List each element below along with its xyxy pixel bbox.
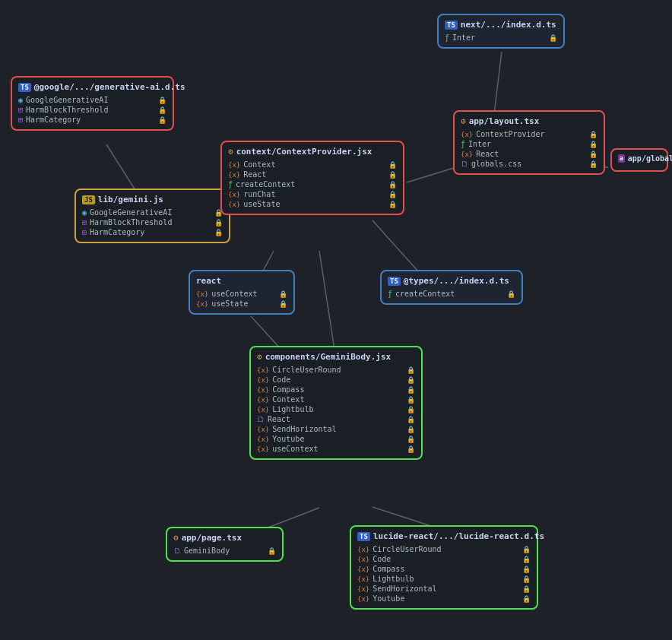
label-layout-react: React bbox=[476, 150, 499, 158]
svg-line-7 bbox=[319, 251, 334, 350]
item-lucide-code: {x} Code 🔒 bbox=[357, 554, 531, 564]
node-title-types: @types/.../index.d.ts bbox=[404, 276, 509, 286]
label-gb-send: SendHorizontal bbox=[272, 425, 336, 433]
ts-icon-types: TS bbox=[388, 277, 401, 286]
lock-icon: 🔒 bbox=[158, 97, 166, 104]
label-lucide-circle: CircleUserRound bbox=[372, 545, 441, 553]
label-lucide-compass: Compass bbox=[372, 565, 404, 573]
item-gb-code: {x} Code 🔒 bbox=[257, 375, 415, 385]
item-gemini-harm-block: ⊞ HarmBlockThreshold 🔒 bbox=[82, 217, 223, 227]
node-app-page: ⚙ app/page.tsx 🗋 GeminiBody 🔒 bbox=[166, 527, 284, 562]
node-context-provider: ⚙ context/ContextProvider.jsx {x} Contex… bbox=[220, 141, 404, 215]
comp-icon-r2: {x} bbox=[196, 300, 208, 308]
comp-icon-gb5: {x} bbox=[257, 406, 269, 413]
file-icon-l: 🗋 bbox=[461, 160, 468, 168]
item-react-usecontext: {x} useContext 🔒 bbox=[196, 289, 287, 299]
css-icon-globals: a bbox=[618, 154, 625, 163]
file-icon-page: 🗋 bbox=[173, 547, 181, 555]
lock-lu6: 🔒 bbox=[522, 595, 531, 603]
node-header-globals: a app/globals.css bbox=[618, 154, 661, 163]
item-react-usestate: {x} useState 🔒 bbox=[196, 299, 287, 309]
item-types-create: ƒ createContext 🔒 bbox=[388, 289, 515, 299]
func-icon-c: ƒ bbox=[228, 180, 233, 189]
gear-icon-context: ⚙ bbox=[228, 147, 233, 157]
comp-icon-lu6: {x} bbox=[357, 595, 369, 603]
node-lib-gemini: JS lib/gemini.js ◉ GoogleGenerativeAI 🔒 … bbox=[74, 189, 230, 243]
node-types-index: TS @types/.../index.d.ts ƒ createContext… bbox=[380, 270, 523, 305]
item-harm-block-threshold: ⊞ HarmBlockThreshold 🔒 bbox=[18, 105, 166, 115]
label-gb-code: Code bbox=[272, 375, 290, 384]
item-lucide-lightbulb: {x} Lightbulb 🔒 bbox=[357, 574, 531, 584]
item-google-generative-ai: ◉ GoogleGenerativeAI 🔒 bbox=[18, 95, 166, 105]
label-gb-lightbulb: Lightbulb bbox=[272, 405, 313, 413]
lock-page1: 🔒 bbox=[268, 547, 276, 555]
lock-gb1: 🔒 bbox=[407, 366, 415, 374]
item-ctx-usestate: {x} useState 🔒 bbox=[228, 199, 397, 209]
comp-icon-gb4: {x} bbox=[257, 396, 269, 404]
ts-icon: TS bbox=[18, 83, 31, 92]
comp-icon-lu4: {x} bbox=[357, 575, 369, 583]
item-ctx-react: {x} React 🔒 bbox=[228, 170, 397, 179]
label-g-google: GoogleGenerativeAI bbox=[90, 208, 172, 217]
gear-icon-layout: ⚙ bbox=[461, 116, 466, 126]
svg-line-8 bbox=[251, 316, 281, 350]
item-lucide-circle: {x} CircleUserRound 🔒 bbox=[357, 544, 531, 554]
label-gb-context: Context bbox=[272, 395, 304, 404]
item-lucide-compass: {x} Compass 🔒 bbox=[357, 564, 531, 574]
comp-icon-lu1: {x} bbox=[357, 546, 369, 553]
lock-gb2: 🔒 bbox=[407, 376, 415, 384]
label-ctx-react: React bbox=[243, 170, 266, 179]
item-gb-react: 🗋 React 🔒 bbox=[257, 414, 415, 424]
item-gemini-google: ◉ GoogleGenerativeAI 🔒 bbox=[82, 208, 223, 217]
globe-icon: ◉ bbox=[18, 96, 23, 104]
dependency-graph: TS @google/.../generative-ai.d.ts ◉ Goog… bbox=[0, 0, 672, 640]
label-gb-circle: CircleUserRound bbox=[272, 366, 341, 374]
comp-icon-lu3: {x} bbox=[357, 566, 369, 573]
label-ctx-create: createContext bbox=[236, 180, 295, 189]
js-icon-gemini: JS bbox=[82, 195, 95, 204]
item-ctx-create: ƒ createContext 🔒 bbox=[228, 179, 397, 189]
globe-icon-g: ◉ bbox=[82, 208, 87, 217]
func-icon: ƒ bbox=[445, 33, 449, 42]
label-layout-inter: Inter bbox=[468, 140, 491, 148]
lock-icon3: 🔒 bbox=[158, 116, 166, 124]
node-title-gemini-js: lib/gemini.js bbox=[98, 195, 163, 204]
item-inter: ƒ Inter 🔒 bbox=[445, 33, 557, 43]
label-gb-usecontext: useContext bbox=[272, 445, 318, 453]
comp-icon-gb8: {x} bbox=[257, 445, 269, 453]
lock-lu4: 🔒 bbox=[522, 575, 531, 583]
node-header-types: TS @types/.../index.d.ts bbox=[388, 276, 515, 286]
label-layout-context: ContextProvider bbox=[476, 130, 544, 138]
lock-c2: 🔒 bbox=[388, 171, 397, 179]
lock-l3: 🔒 bbox=[589, 150, 598, 158]
node-header-google-ai: TS @google/.../generative-ai.d.ts bbox=[18, 82, 166, 92]
label-ctx-usestate: useState bbox=[243, 200, 280, 208]
item-page-gemini-body: 🗋 GeminiBody 🔒 bbox=[173, 546, 276, 556]
node-google-generative-ai: TS @google/.../generative-ai.d.ts ◉ Goog… bbox=[11, 76, 174, 131]
comp-icon-l2: {x} bbox=[461, 150, 473, 158]
lock-gb3: 🔒 bbox=[407, 386, 415, 394]
node-title-page: app/page.tsx bbox=[182, 533, 242, 543]
node-react: react {x} useContext 🔒 {x} useState 🔒 bbox=[189, 270, 295, 315]
item-lucide-youtube: {x} Youtube 🔒 bbox=[357, 594, 531, 604]
ts-icon-lucide: TS bbox=[357, 532, 370, 541]
lock-lu2: 🔒 bbox=[522, 556, 531, 563]
comp-icon-gb7: {x} bbox=[257, 436, 269, 443]
grid-icon-g2: ⊞ bbox=[82, 228, 87, 236]
item-lucide-send: {x} SendHorizontal 🔒 bbox=[357, 584, 531, 594]
node-app-layout: ⚙ app/layout.tsx {x} ContextProvider 🔒 ƒ… bbox=[453, 110, 605, 175]
item-gb-youtube: {x} Youtube 🔒 bbox=[257, 434, 415, 444]
lock-lu5: 🔒 bbox=[522, 585, 531, 593]
node-title-next: next/.../index.d.ts bbox=[461, 20, 556, 30]
comp-icon-c2: {x} bbox=[228, 171, 240, 179]
comp-icon-lu5: {x} bbox=[357, 585, 369, 593]
item-gb-context: {x} Context 🔒 bbox=[257, 394, 415, 404]
svg-line-9 bbox=[372, 507, 433, 527]
comp-icon-gb1: {x} bbox=[257, 366, 269, 374]
lock-gb9: 🔒 bbox=[407, 445, 415, 453]
label-react-usestate: useState bbox=[211, 299, 248, 308]
lock-r2: 🔒 bbox=[279, 300, 287, 308]
label-g-harm-cat: HarmCategory bbox=[90, 228, 144, 236]
node-gemini-body: ⚙ components/GeminiBody.jsx {x} CircleUs… bbox=[249, 346, 423, 460]
label-harm-block-threshold: HarmBlockThreshold bbox=[26, 106, 108, 114]
